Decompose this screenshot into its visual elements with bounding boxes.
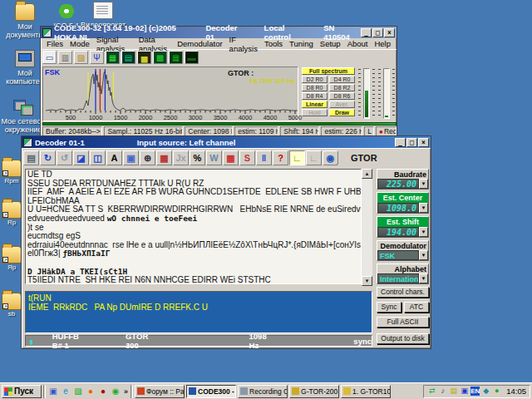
matrix-icon[interactable]: ▩ (153, 51, 167, 64)
desktop-edge-shortcut-2[interactable]: ↗Rp (2, 201, 22, 226)
est-shift-dropdown[interactable]: ▼ (419, 227, 428, 237)
quicklaunch-viewer-icon[interactable]: ▨ (72, 386, 84, 397)
open-file-icon[interactable]: ▨ (74, 51, 88, 64)
menu-help[interactable]: Help (372, 39, 393, 48)
save-text-icon[interactable]: ◫ (90, 150, 106, 165)
wmo-icon[interactable]: W (206, 150, 222, 165)
quicklaunch-media-icon[interactable]: ◉ (110, 386, 121, 397)
desktop-edge-shortcut-4[interactable]: ↗sb (2, 293, 22, 318)
decoder-titlebar[interactable]: Decoder 01-1 Input source: Left channel … (22, 136, 431, 148)
decoder-monitor-panel[interactable]: t(RUNIEME RRkRDC PA Np DUmIRE D RREFK.C … (25, 291, 372, 333)
windows-icon[interactable]: ▣ (123, 150, 139, 165)
close-button[interactable]: × (384, 28, 395, 37)
measure-icon[interactable]: ∟ (306, 150, 322, 165)
maximize-button[interactable]: □ (372, 28, 383, 37)
waterfall-icon[interactable]: ▤ (121, 51, 135, 64)
quicklaunch-player-icon[interactable]: ● (97, 386, 109, 397)
linear-button[interactable]: Linear (302, 101, 328, 108)
full-spectrum-button[interactable]: Full spectrum (302, 67, 355, 75)
font-icon[interactable]: A (106, 150, 122, 165)
menu-demodulator[interactable]: Demodulator (175, 39, 224, 48)
quicklaunch-desktop-icon[interactable]: ▣ (47, 386, 59, 397)
levels-icon[interactable]: ▥ (58, 51, 72, 64)
decoder-minimize-button[interactable]: _ (395, 138, 406, 147)
grid-display-icon[interactable]: ▦ (106, 51, 120, 64)
zoom-button-d8-r0[interactable]: D8 R0 (302, 84, 328, 91)
zoom-button-d8-r4[interactable]: D8 R4 (302, 92, 328, 100)
desktop-edge-shortcut-1[interactable]: ↗Rpm (2, 160, 22, 185)
sync-button[interactable]: Sync (377, 302, 401, 313)
zoom-button-d4-r0[interactable]: D4 R0 (329, 76, 355, 83)
tuning-icon[interactable]: Ψ (90, 51, 104, 64)
menu-files[interactable]: Files (44, 39, 66, 48)
decoder-scrollbar[interactable]: ▲ ▼ (362, 169, 372, 286)
demodulator-dropdown[interactable]: ▼ (419, 250, 428, 260)
task-button-1-g-tor10-[interactable]: 1. G-TOR10... (341, 385, 391, 398)
full-ascii-button[interactable]: Full ASCII (377, 317, 429, 328)
baudrate-dropdown[interactable]: ▼ (419, 179, 428, 189)
help-icon[interactable]: ? (273, 150, 288, 165)
decoder-maximize-button[interactable]: □ (406, 138, 417, 147)
decoder-output[interactable]: UE TDSSEU SDEIA RRTDUNAHEZ TTTAIk U R(U … (25, 169, 362, 284)
menu-mode[interactable]: Mode (67, 39, 92, 48)
spectrum-plot[interactable]: FSK GTOR : FILTER 529 Hz 500100015002000… (42, 66, 298, 121)
menu-tuning[interactable]: Tuning (287, 39, 316, 48)
output-to-disk-button[interactable]: Output to disk (377, 333, 429, 344)
tray-update-icon[interactable]: ◆ (481, 387, 490, 396)
tray-display-icon[interactable]: ▣ (460, 387, 469, 396)
keyboard-icon[interactable]: ▦ (156, 150, 172, 165)
shift-mode-icon[interactable]: Jx (173, 150, 189, 165)
minimize-button[interactable]: _ (361, 28, 372, 37)
menu-if-analysis[interactable]: IF analysis (227, 35, 260, 53)
spectrum-icon[interactable]: ▅ (137, 51, 151, 64)
tray-volume-icon[interactable]: ♪ (438, 387, 447, 396)
zoom-button-d8-r2[interactable]: D8 R2 (329, 84, 355, 91)
hold-button[interactable]: Hold (302, 109, 328, 116)
tray-language-indicator[interactable]: EN (470, 387, 480, 396)
refresh-icon[interactable]: ↻ (40, 150, 56, 165)
est-center-dropdown[interactable]: ▼ (419, 203, 428, 213)
xyz-grid-icon[interactable]: ▦ (223, 150, 239, 165)
output-level-meter[interactable] (383, 68, 390, 119)
draw-button[interactable]: Draw (329, 109, 355, 116)
atc-button[interactable]: ATC (404, 302, 429, 313)
menu-about[interactable]: About (345, 39, 371, 48)
menu-setup[interactable]: Setup (318, 39, 343, 48)
audio-toggle-button[interactable]: ◉ (323, 150, 338, 165)
task-button-code300-[interactable]: CODE300 - ... (186, 385, 236, 398)
pause-icon[interactable]: ‖ (256, 150, 272, 165)
ratio-icon[interactable]: % (190, 150, 205, 165)
desktop-edge-shortcut-3[interactable]: ↗Яр (2, 246, 22, 271)
tray-agent-icon[interactable]: ● (492, 387, 501, 396)
control-chars-button[interactable]: Control chars. (377, 287, 429, 298)
average-button[interactable]: Aver. (329, 101, 355, 108)
measure-active-icon[interactable]: ∟ (289, 150, 305, 165)
tray-sync-icon[interactable]: ⇄ (427, 387, 436, 396)
task-button--pa-[interactable]: Форум :: Pa... (135, 385, 185, 398)
save-icon[interactable]: ◪ (73, 150, 89, 165)
input-level-meter[interactable] (363, 68, 370, 119)
scroll-up-icon[interactable]: ▲ (362, 169, 372, 179)
scroll-down-icon[interactable]: ▼ (362, 276, 372, 286)
selcal-icon[interactable]: S (239, 150, 255, 165)
quicklaunch-ie-icon[interactable]: e (60, 386, 71, 397)
alphabet-select[interactable]: International (377, 273, 419, 283)
start-button[interactable]: Пуск (2, 385, 42, 398)
zoom-button-d2-r0[interactable]: D2 R0 (302, 76, 328, 83)
alphabet-dropdown[interactable]: ▼ (419, 273, 428, 283)
tray-notes-icon[interactable]: ▤ (449, 387, 458, 396)
task-button-g-tor-200-[interactable]: G-TOR-200... (289, 385, 339, 398)
reload-icon[interactable]: ↺ (57, 150, 72, 165)
demodulator-select[interactable]: FSK (377, 250, 419, 260)
decoder-close-button[interactable]: × (418, 138, 429, 147)
quicklaunch-opera-icon[interactable]: ● (85, 386, 96, 397)
monitor-icon[interactable]: ▭ (42, 51, 57, 64)
scope-icon[interactable]: ▬ (185, 51, 199, 64)
task-button-recording-c-[interactable]: Recording C... (238, 385, 288, 398)
quick-launch-chevron[interactable]: » (123, 387, 129, 396)
zoom-button-d8-r6[interactable]: D8 R6 (329, 92, 355, 100)
print-icon[interactable]: ▤ (23, 150, 39, 165)
menu-tools[interactable]: Tools (262, 39, 285, 48)
pattern-icon[interactable]: ▦ (169, 51, 183, 64)
find-icon[interactable]: ⊕ (140, 150, 155, 165)
